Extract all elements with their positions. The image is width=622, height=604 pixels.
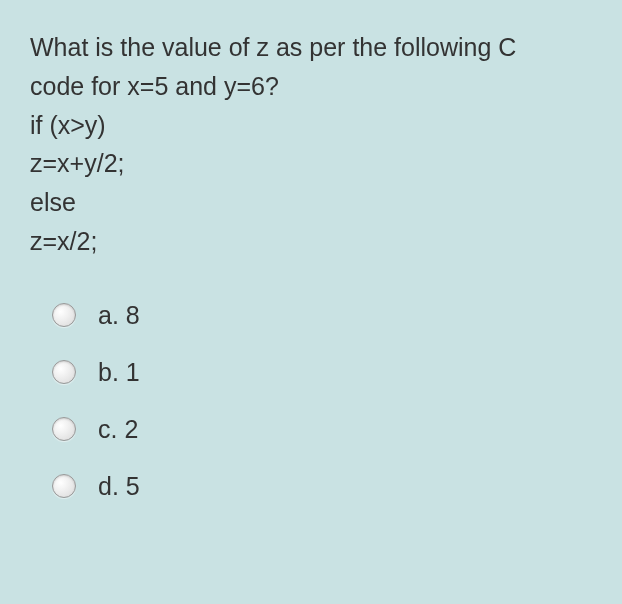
option-c[interactable]: c. 2 <box>52 415 592 444</box>
question-line: else <box>30 188 76 216</box>
option-label: d. 5 <box>98 472 140 501</box>
question-line: code for x=5 and y=6? <box>30 72 279 100</box>
radio-icon[interactable] <box>52 360 76 384</box>
radio-icon[interactable] <box>52 303 76 327</box>
question-line: if (x>y) <box>30 111 106 139</box>
radio-icon[interactable] <box>52 474 76 498</box>
option-a[interactable]: a. 8 <box>52 301 592 330</box>
radio-icon[interactable] <box>52 417 76 441</box>
question-line: z=x/2; <box>30 227 97 255</box>
question-line: What is the value of z as per the follow… <box>30 33 516 61</box>
options-list: a. 8 b. 1 c. 2 d. 5 <box>30 301 592 501</box>
option-label: c. 2 <box>98 415 138 444</box>
option-label: b. 1 <box>98 358 140 387</box>
question-text: What is the value of z as per the follow… <box>30 28 592 261</box>
option-b[interactable]: b. 1 <box>52 358 592 387</box>
option-d[interactable]: d. 5 <box>52 472 592 501</box>
option-label: a. 8 <box>98 301 140 330</box>
question-line: z=x+y/2; <box>30 149 125 177</box>
